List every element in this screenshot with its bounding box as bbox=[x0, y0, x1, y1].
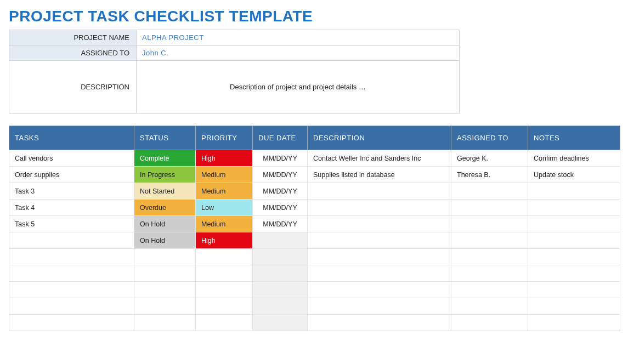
status-cell[interactable] bbox=[134, 265, 196, 282]
notes-cell[interactable] bbox=[528, 232, 620, 249]
table-row: Task 4OverdueLowMM/DD/YY bbox=[9, 200, 620, 216]
col-header-tasks: TASKS bbox=[9, 126, 134, 150]
assigned-cell[interactable] bbox=[451, 249, 528, 265]
task-cell[interactable] bbox=[9, 232, 134, 249]
col-header-due-date: DUE DATE bbox=[253, 126, 308, 150]
task-cell[interactable] bbox=[9, 298, 134, 315]
description-cell[interactable] bbox=[308, 282, 451, 298]
assigned-cell[interactable]: George K. bbox=[451, 150, 528, 167]
status-cell[interactable]: In Progress bbox=[134, 167, 196, 183]
due-date-cell[interactable]: MM/DD/YY bbox=[253, 200, 308, 216]
assigned-cell[interactable] bbox=[451, 216, 528, 232]
priority-cell[interactable] bbox=[196, 265, 253, 282]
notes-cell[interactable] bbox=[528, 282, 620, 298]
priority-cell[interactable]: High bbox=[196, 150, 253, 167]
task-cell[interactable] bbox=[9, 265, 134, 282]
description-cell[interactable]: Supplies listed in database bbox=[308, 167, 451, 183]
tasks-table: TASKS STATUS PRIORITY DUE DATE DESCRIPTI… bbox=[9, 126, 620, 331]
description-cell[interactable] bbox=[308, 298, 451, 315]
task-cell[interactable]: Task 4 bbox=[9, 200, 134, 216]
priority-cell[interactable] bbox=[196, 315, 253, 331]
notes-cell[interactable] bbox=[528, 183, 620, 200]
notes-cell[interactable] bbox=[528, 315, 620, 331]
assigned-cell[interactable]: Theresa B. bbox=[451, 167, 528, 183]
table-row bbox=[9, 315, 620, 331]
description-cell[interactable] bbox=[308, 265, 451, 282]
meta-value-project-name[interactable]: ALPHA PROJECT bbox=[137, 30, 460, 46]
assigned-cell[interactable] bbox=[451, 315, 528, 331]
status-cell[interactable] bbox=[134, 282, 196, 298]
status-cell[interactable] bbox=[134, 315, 196, 331]
page-title: PROJECT TASK CHECKLIST TEMPLATE bbox=[9, 8, 619, 25]
table-row bbox=[9, 298, 620, 315]
assigned-cell[interactable] bbox=[451, 183, 528, 200]
due-date-cell[interactable] bbox=[253, 282, 308, 298]
table-row: On HoldHigh bbox=[9, 232, 620, 249]
status-cell[interactable]: On Hold bbox=[134, 232, 196, 249]
due-date-cell[interactable]: MM/DD/YY bbox=[253, 216, 308, 232]
description-cell[interactable] bbox=[308, 249, 451, 265]
status-cell[interactable]: On Hold bbox=[134, 216, 196, 232]
status-cell[interactable] bbox=[134, 249, 196, 265]
task-cell[interactable] bbox=[9, 315, 134, 331]
assigned-cell[interactable] bbox=[451, 265, 528, 282]
assigned-cell[interactable] bbox=[451, 298, 528, 315]
meta-label-assigned-to: ASSIGNED TO bbox=[9, 46, 137, 61]
priority-cell[interactable]: Medium bbox=[196, 183, 253, 200]
description-cell[interactable] bbox=[308, 315, 451, 331]
priority-cell[interactable] bbox=[196, 282, 253, 298]
description-cell[interactable] bbox=[308, 232, 451, 249]
description-cell[interactable]: Contact Weller Inc and Sanders Inc bbox=[308, 150, 451, 167]
table-row: Call vendorsCompleteHighMM/DD/YYContact … bbox=[9, 150, 620, 167]
description-cell[interactable] bbox=[308, 216, 451, 232]
status-cell[interactable]: Complete bbox=[134, 150, 196, 167]
task-cell[interactable]: Task 3 bbox=[9, 183, 134, 200]
status-cell[interactable]: Overdue bbox=[134, 200, 196, 216]
notes-cell[interactable] bbox=[528, 216, 620, 232]
meta-value-description[interactable]: Description of project and project detai… bbox=[137, 61, 460, 113]
status-cell[interactable]: Not Started bbox=[134, 183, 196, 200]
priority-cell[interactable]: Low bbox=[196, 200, 253, 216]
description-cell[interactable] bbox=[308, 183, 451, 200]
col-header-notes: NOTES bbox=[528, 126, 620, 150]
meta-value-assigned-to[interactable]: John C. bbox=[137, 46, 460, 61]
due-date-cell[interactable] bbox=[253, 265, 308, 282]
task-cell[interactable] bbox=[9, 282, 134, 298]
col-header-assigned-to: ASSIGNED TO bbox=[451, 126, 528, 150]
due-date-cell[interactable]: MM/DD/YY bbox=[253, 167, 308, 183]
due-date-cell[interactable]: MM/DD/YY bbox=[253, 183, 308, 200]
meta-label-project-name: PROJECT NAME bbox=[9, 30, 137, 46]
priority-cell[interactable]: Medium bbox=[196, 216, 253, 232]
due-date-cell[interactable] bbox=[253, 249, 308, 265]
table-row bbox=[9, 249, 620, 265]
due-date-cell[interactable] bbox=[253, 298, 308, 315]
priority-cell[interactable] bbox=[196, 249, 253, 265]
notes-cell[interactable] bbox=[528, 249, 620, 265]
task-cell[interactable]: Task 5 bbox=[9, 216, 134, 232]
due-date-cell[interactable] bbox=[253, 232, 308, 249]
description-cell[interactable] bbox=[308, 200, 451, 216]
notes-cell[interactable]: Confirm deadlines bbox=[528, 150, 620, 167]
due-date-cell[interactable]: MM/DD/YY bbox=[253, 150, 308, 167]
notes-cell[interactable] bbox=[528, 298, 620, 315]
status-cell[interactable] bbox=[134, 298, 196, 315]
notes-cell[interactable] bbox=[528, 200, 620, 216]
task-cell[interactable]: Call vendors bbox=[9, 150, 134, 167]
col-header-status: STATUS bbox=[134, 126, 196, 150]
task-cell[interactable] bbox=[9, 249, 134, 265]
priority-cell[interactable]: High bbox=[196, 232, 253, 249]
due-date-cell[interactable] bbox=[253, 315, 308, 331]
assigned-cell[interactable] bbox=[451, 232, 528, 249]
task-cell[interactable]: Order supplies bbox=[9, 167, 134, 183]
table-row bbox=[9, 282, 620, 298]
col-header-description: DESCRIPTION bbox=[308, 126, 451, 150]
priority-cell[interactable]: Medium bbox=[196, 167, 253, 183]
notes-cell[interactable] bbox=[528, 265, 620, 282]
assigned-cell[interactable] bbox=[451, 200, 528, 216]
priority-cell[interactable] bbox=[196, 298, 253, 315]
meta-label-description: DESCRIPTION bbox=[9, 61, 137, 113]
table-row: Task 3Not StartedMediumMM/DD/YY bbox=[9, 183, 620, 200]
notes-cell[interactable]: Update stock bbox=[528, 167, 620, 183]
table-row bbox=[9, 265, 620, 282]
assigned-cell[interactable] bbox=[451, 282, 528, 298]
